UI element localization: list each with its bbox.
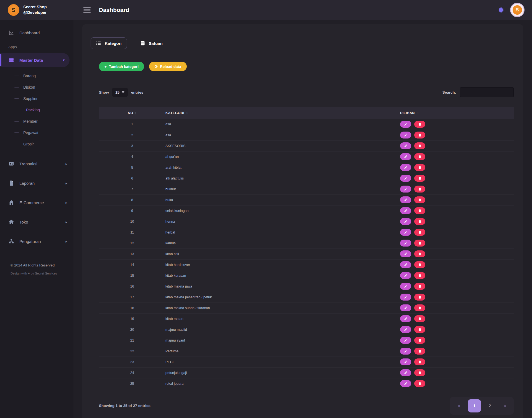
delete-button[interactable]: [414, 142, 425, 149]
delete-button[interactable]: [414, 358, 425, 365]
sidebar-section-apps: Apps: [0, 39, 73, 53]
row-kategori: bukhur: [165, 184, 400, 194]
delete-button[interactable]: [414, 218, 425, 225]
sidebar-item-e-commerce[interactable]: E-Commerce ▸: [0, 196, 73, 209]
edit-button[interactable]: [400, 315, 411, 322]
delete-button[interactable]: [414, 261, 425, 268]
table-row: 10 henna: [99, 216, 514, 227]
sidebar-subitem-pegawai[interactable]: Pegawai: [0, 127, 73, 138]
edit-button[interactable]: [400, 196, 411, 203]
delete-button[interactable]: [414, 207, 425, 214]
row-actions: [400, 346, 514, 357]
edit-button[interactable]: [400, 229, 411, 236]
sidebar-subitem-diskon[interactable]: Diskon: [0, 81, 73, 93]
column-header-no[interactable]: NO↑: [99, 107, 165, 119]
hamburger-menu-icon[interactable]: [83, 7, 91, 13]
edit-button[interactable]: [400, 164, 411, 171]
sidebar-subitem-packing[interactable]: Packing: [0, 104, 73, 116]
sidebar-subitem-barang[interactable]: Barang: [0, 70, 73, 81]
delete-button[interactable]: [414, 294, 425, 301]
sidebar-subitem-supplier[interactable]: Supplier: [0, 93, 73, 104]
sidebar-subitem-grosir[interactable]: Grosir: [0, 138, 73, 150]
delete-button[interactable]: [414, 326, 425, 333]
delete-button[interactable]: [414, 132, 425, 139]
delete-button[interactable]: [414, 380, 425, 387]
sidebar-item-transaksi[interactable]: Transaksi ▸: [0, 157, 73, 170]
delete-button[interactable]: [414, 369, 425, 376]
edit-button[interactable]: [400, 369, 411, 376]
sidebar-item-pengaturan[interactable]: Pengaturan ▸: [0, 235, 73, 248]
pagination-prev-button[interactable]: «: [453, 400, 465, 412]
edit-button[interactable]: [400, 326, 411, 333]
edit-button[interactable]: [400, 304, 411, 311]
tab-kategori[interactable]: Kategori: [91, 37, 127, 49]
sidebar-item-toko[interactable]: Toko ▸: [0, 216, 73, 228]
pagination-page-2[interactable]: 2: [484, 400, 496, 412]
pagination-next-button[interactable]: »: [499, 400, 511, 412]
search-input[interactable]: [460, 87, 514, 97]
edit-button[interactable]: [400, 294, 411, 301]
brand-text: Secret Shop @Developer: [23, 4, 47, 15]
delete-button[interactable]: [414, 240, 425, 247]
refresh-icon: ⟳: [155, 64, 158, 69]
edit-button[interactable]: [400, 142, 411, 149]
delete-button[interactable]: [414, 315, 425, 322]
row-number: 1: [99, 119, 165, 130]
row-actions: [400, 151, 514, 162]
sidebar-item-laporan[interactable]: Laporan ▸: [0, 177, 73, 189]
edit-button[interactable]: [400, 207, 411, 214]
edit-button[interactable]: [400, 261, 411, 268]
edit-button[interactable]: [400, 218, 411, 225]
edit-button[interactable]: [400, 240, 411, 247]
row-kategori: rekal jepara: [165, 378, 400, 389]
delete-button[interactable]: [414, 229, 425, 236]
sidebar-item-master-data[interactable]: Master Data ▾: [0, 53, 70, 67]
edit-button[interactable]: [400, 175, 411, 182]
edit-button[interactable]: [400, 250, 411, 257]
reload-data-button[interactable]: ⟳ Reload data: [149, 62, 187, 71]
delete-button[interactable]: [414, 250, 425, 257]
edit-button[interactable]: [400, 380, 411, 387]
sidebar-subitem-member[interactable]: Member: [0, 116, 73, 127]
row-actions: [400, 259, 514, 270]
row-number: 2: [99, 130, 165, 140]
edit-button[interactable]: [400, 153, 411, 160]
delete-button[interactable]: [414, 196, 425, 203]
table-row: 24 petunjuk ngaji: [99, 367, 514, 378]
delete-button[interactable]: [414, 283, 425, 290]
table-row: 4 al-qur'an: [99, 151, 514, 162]
row-kategori: Parfume: [165, 346, 400, 357]
delete-button[interactable]: [414, 337, 425, 344]
delete-button[interactable]: [414, 304, 425, 311]
pagination-page-1[interactable]: 1: [468, 399, 481, 412]
delete-button[interactable]: [414, 272, 425, 279]
page-size-select[interactable]: 25: [112, 88, 128, 97]
gear-icon[interactable]: [497, 7, 504, 13]
edit-button[interactable]: [400, 272, 411, 279]
dash-icon: [14, 76, 19, 76]
sort-asc-icon: ↑: [135, 111, 137, 115]
edit-button[interactable]: [400, 348, 411, 355]
delete-button[interactable]: [414, 175, 425, 182]
column-header-pilihan[interactable]: PILIHAN↑↓: [400, 107, 514, 119]
delete-button[interactable]: [414, 164, 425, 171]
add-kategori-button[interactable]: + Tambah kategori: [99, 62, 144, 71]
sidebar-item-dashboard[interactable]: Dashboard: [0, 26, 73, 39]
edit-button[interactable]: [400, 283, 411, 290]
edit-button[interactable]: [400, 186, 411, 193]
column-header-kategori[interactable]: KATEGORI↑↓: [165, 107, 400, 119]
edit-button[interactable]: [400, 358, 411, 365]
delete-button[interactable]: [414, 348, 425, 355]
sidebar-subitem-label: Grosir: [23, 142, 34, 146]
delete-button[interactable]: [414, 121, 425, 128]
delete-button[interactable]: [414, 186, 425, 193]
edit-button[interactable]: [400, 132, 411, 139]
edit-button[interactable]: [400, 121, 411, 128]
table-controls: Show 25 entries Search:: [99, 87, 514, 97]
tab-satuan[interactable]: Satuan: [135, 37, 168, 49]
avatar[interactable]: S: [511, 4, 524, 16]
edit-button[interactable]: [400, 337, 411, 344]
row-kategori: celak kuningan: [165, 205, 400, 216]
row-actions: [400, 119, 514, 130]
delete-button[interactable]: [414, 153, 425, 160]
